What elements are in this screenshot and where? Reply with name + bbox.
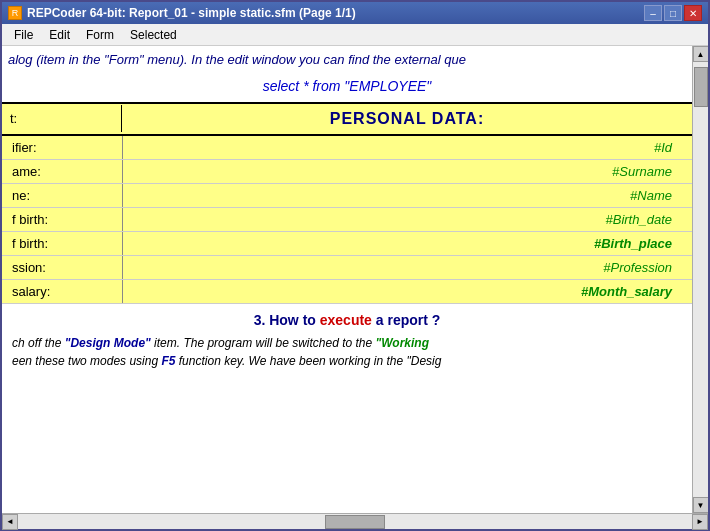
table-row: f birth:#Birth_place xyxy=(2,231,692,255)
scroll-down-button[interactable]: ▼ xyxy=(693,497,709,513)
section-label: t: xyxy=(2,105,122,132)
main-content: alog (item in the "Form" menu). In the e… xyxy=(2,46,692,513)
table-row: ame:#Surname xyxy=(2,159,692,183)
intro-text: alog (item in the "Form" menu). In the e… xyxy=(2,46,692,74)
field-value: #Profession xyxy=(122,255,692,279)
field-label: f birth: xyxy=(2,231,122,255)
scroll-right-button[interactable]: ► xyxy=(692,514,708,530)
content-area: alog (item in the "Form" menu). In the e… xyxy=(2,46,708,513)
howto-title: 3. How to execute a report ? xyxy=(12,312,682,328)
howto-working-mode: "Working xyxy=(376,336,429,350)
section-title: PERSONAL DATA: xyxy=(122,104,692,134)
field-value: #Surname xyxy=(122,159,692,183)
title-bar: R REPCoder 64-bit: Report_01 - simple st… xyxy=(2,2,708,24)
minimize-button[interactable]: – xyxy=(644,5,662,21)
table-row: ssion:#Profession xyxy=(2,255,692,279)
section-header-row: t: PERSONAL DATA: xyxy=(2,104,692,134)
field-label: ne: xyxy=(2,183,122,207)
horizontal-scrollbar: ◄ ► xyxy=(2,513,708,529)
howto-text: ch off the "Design Mode" item. The progr… xyxy=(12,334,682,370)
sql-query: select * from "EMPLOYEE" xyxy=(2,74,692,102)
personal-data-table: ifier:#Idame:#Surnamene:#Namef birth:#Bi… xyxy=(2,134,692,304)
howto-design-mode: "Design Mode" xyxy=(65,336,151,350)
window-controls: – □ ✕ xyxy=(644,5,702,21)
scroll-up-button[interactable]: ▲ xyxy=(693,46,709,62)
howto-title-part2: a report ? xyxy=(372,312,440,328)
menu-bar: File Edit Form Selected xyxy=(2,24,708,46)
field-label: ssion: xyxy=(2,255,122,279)
window-title: REPCoder 64-bit: Report_01 - simple stat… xyxy=(27,6,356,20)
menu-selected[interactable]: Selected xyxy=(122,26,185,44)
table-row: ne:#Name xyxy=(2,183,692,207)
field-label: salary: xyxy=(2,279,122,303)
table-row: ifier:#Id xyxy=(2,135,692,160)
menu-edit[interactable]: Edit xyxy=(41,26,78,44)
close-button[interactable]: ✕ xyxy=(684,5,702,21)
personal-data-section: t: PERSONAL DATA: ifier:#Idame:#Surnamen… xyxy=(2,102,692,304)
field-label: ame: xyxy=(2,159,122,183)
scroll-track[interactable] xyxy=(693,62,708,497)
howto-title-part1: 3. How to xyxy=(254,312,320,328)
howto-text-line1: ch off the xyxy=(12,336,65,350)
field-value: #Month_salary xyxy=(122,279,692,303)
howto-text-line4: function key. We have been working in th… xyxy=(175,354,441,368)
maximize-button[interactable]: □ xyxy=(664,5,682,21)
main-window: R REPCoder 64-bit: Report_01 - simple st… xyxy=(0,0,710,531)
table-row: f birth:#Birth_date xyxy=(2,207,692,231)
field-value: #Name xyxy=(122,183,692,207)
howto-execute-word: execute xyxy=(320,312,372,328)
field-value: #Id xyxy=(122,135,692,160)
scroll-thumb[interactable] xyxy=(694,67,708,107)
field-label: ifier: xyxy=(2,135,122,160)
app-icon: R xyxy=(8,6,22,20)
field-value: #Birth_place xyxy=(122,231,692,255)
scroll-left-button[interactable]: ◄ xyxy=(2,514,18,530)
menu-file[interactable]: File xyxy=(6,26,41,44)
howto-f5-key: F5 xyxy=(161,354,175,368)
howto-text-line2: item. The program will be switched to th… xyxy=(151,336,376,350)
field-value: #Birth_date xyxy=(122,207,692,231)
intro-text-content: alog (item in the "Form" menu). In the e… xyxy=(8,52,466,67)
howto-text-line3: een these two modes using xyxy=(12,354,161,368)
menu-form[interactable]: Form xyxy=(78,26,122,44)
vertical-scrollbar: ▲ ▼ xyxy=(692,46,708,513)
howto-section: 3. How to execute a report ? ch off the … xyxy=(2,304,692,378)
field-label: f birth: xyxy=(2,207,122,231)
hscroll-track[interactable] xyxy=(18,514,692,529)
title-bar-left: R REPCoder 64-bit: Report_01 - simple st… xyxy=(8,6,356,20)
hscroll-thumb[interactable] xyxy=(325,515,385,529)
table-row: salary:#Month_salary xyxy=(2,279,692,303)
